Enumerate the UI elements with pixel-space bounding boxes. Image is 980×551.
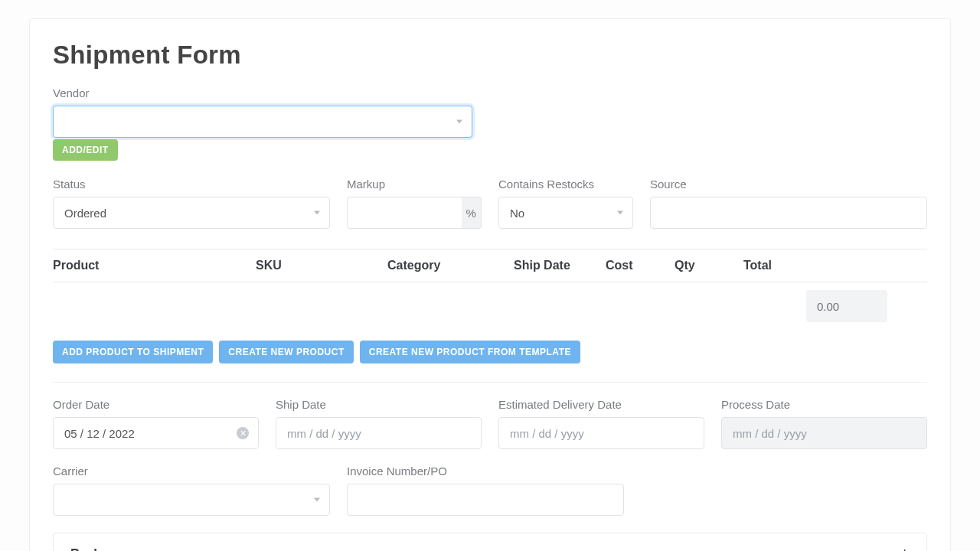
products-table: Product SKU Category Ship Date Cost Qty … xyxy=(53,249,927,330)
edd-input[interactable]: mm / dd / yyyy xyxy=(498,417,704,449)
edd-label: Estimated Delivery Date xyxy=(498,398,704,411)
source-input[interactable] xyxy=(650,197,927,229)
th-total: Total xyxy=(743,259,927,272)
process-date-placeholder: mm / dd / yyyy xyxy=(733,427,807,440)
chevron-down-icon xyxy=(314,211,320,215)
create-product-button[interactable]: CREATE NEW PRODUCT xyxy=(219,341,353,364)
add-product-button[interactable]: ADD PRODUCT TO SHIPMENT xyxy=(53,341,213,364)
th-product: Product xyxy=(53,259,256,272)
packages-section[interactable]: Packages + xyxy=(53,533,927,551)
ship-date-input[interactable]: mm / dd / yyyy xyxy=(276,417,482,449)
vendor-field: Vendor ADD/EDIT xyxy=(53,86,927,161)
table-header-row: Product SKU Category Ship Date Cost Qty … xyxy=(53,249,927,282)
clear-icon[interactable]: ✕ xyxy=(237,427,249,439)
chevron-down-icon xyxy=(314,498,320,502)
source-label: Source xyxy=(650,178,927,191)
vendor-label: Vendor xyxy=(53,86,927,99)
add-edit-vendor-button[interactable]: ADD/EDIT xyxy=(53,139,118,161)
carrier-label: Carrier xyxy=(53,465,330,478)
plus-icon[interactable]: + xyxy=(900,544,910,551)
status-label: Status xyxy=(53,178,330,191)
create-from-template-button[interactable]: CREATE NEW PRODUCT FROM TEMPLATE xyxy=(360,341,580,364)
order-date-input[interactable]: 05 / 12 / 2022 ✕ xyxy=(53,417,259,449)
th-sku: SKU xyxy=(256,259,387,272)
page-title: Shipment Form xyxy=(53,41,927,70)
th-cost: Cost xyxy=(606,259,675,272)
markup-label: Markup xyxy=(347,178,482,191)
process-date-readonly: mm / dd / yyyy xyxy=(721,417,927,449)
chevron-down-icon xyxy=(617,211,623,215)
th-category: Category xyxy=(387,259,514,272)
th-ship-date: Ship Date xyxy=(514,259,606,272)
carrier-select[interactable] xyxy=(53,484,330,516)
chevron-down-icon xyxy=(456,120,462,124)
restocks-value: No xyxy=(510,207,524,220)
ship-date-label: Ship Date xyxy=(276,398,482,411)
total-value: 0.00 xyxy=(817,300,839,313)
invoice-input[interactable] xyxy=(347,484,624,516)
th-qty: Qty xyxy=(675,259,743,272)
vendor-select[interactable] xyxy=(53,106,472,138)
markup-input[interactable] xyxy=(347,197,462,229)
status-value: Ordered xyxy=(64,207,106,220)
edd-placeholder: mm / dd / yyyy xyxy=(510,427,584,440)
order-date-label: Order Date xyxy=(53,398,259,411)
process-date-label: Process Date xyxy=(721,398,927,411)
order-date-value: 05 / 12 / 2022 xyxy=(64,427,135,440)
status-select[interactable]: Ordered xyxy=(53,197,330,229)
restocks-label: Contains Restocks xyxy=(498,178,633,191)
packages-label: Packages xyxy=(70,546,130,551)
restocks-select[interactable]: No xyxy=(498,197,633,229)
shipment-form-card: Shipment Form Vendor ADD/EDIT Status Ord… xyxy=(29,18,951,551)
percent-suffix: % xyxy=(462,197,482,229)
invoice-label: Invoice Number/PO xyxy=(347,465,624,478)
total-readonly: 0.00 xyxy=(806,290,887,322)
ship-date-placeholder: mm / dd / yyyy xyxy=(287,427,361,440)
